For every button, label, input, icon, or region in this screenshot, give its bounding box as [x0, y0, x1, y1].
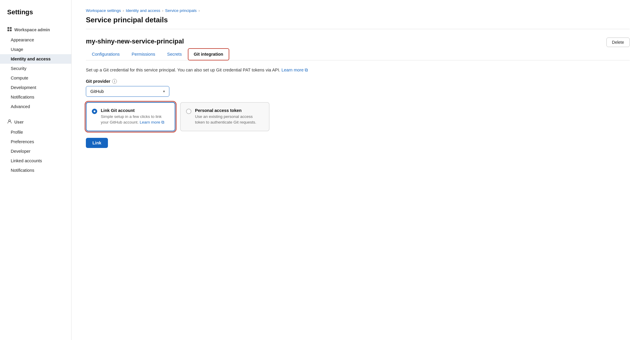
option-pat-desc: Use an existing personal access token to…	[195, 114, 264, 125]
svg-rect-0	[7, 27, 9, 29]
user-items: Profile Preferences Developer Linked acc…	[0, 127, 71, 175]
page-title: Service principal details	[86, 16, 630, 24]
workspace-admin-label: Workspace admin	[14, 27, 50, 32]
git-provider-info-icon[interactable]: i	[112, 79, 117, 84]
learn-more-link-git-link[interactable]: Learn more ⧉	[140, 120, 165, 124]
option-link-title: Link Git account	[101, 108, 169, 113]
git-provider-value: GitHub	[90, 89, 104, 94]
workspace-items: Appearance Usage Identity and access Sec…	[0, 35, 71, 111]
breadcrumb-service-principals[interactable]: Service principals	[165, 8, 197, 13]
link-button[interactable]: Link	[86, 138, 108, 148]
sidebar-item-developer[interactable]: Developer	[0, 146, 71, 156]
option-link-git-account[interactable]: Link Git account Simple setup in a few c…	[86, 102, 175, 131]
delete-button[interactable]: Delete	[606, 38, 630, 47]
sidebar-item-usage[interactable]: Usage	[0, 45, 71, 54]
git-provider-dropdown[interactable]: GitHub ▾	[86, 86, 169, 97]
radio-personal-access-token[interactable]	[186, 109, 191, 114]
description-text: Set up a Git credential for this service…	[86, 67, 630, 74]
tab-permissions[interactable]: Permissions	[126, 48, 161, 60]
sidebar-item-compute[interactable]: Compute	[0, 73, 71, 83]
sidebar-item-notifications-user[interactable]: Notifications	[0, 166, 71, 175]
sidebar-item-notifications-workspace[interactable]: Notifications	[0, 92, 71, 102]
sidebar-item-profile[interactable]: Profile	[0, 127, 71, 137]
breadcrumb-sep-2: ›	[162, 8, 163, 13]
option-pat-title: Personal access token	[195, 108, 264, 113]
sidebar-item-development[interactable]: Development	[0, 83, 71, 92]
svg-rect-3	[10, 29, 12, 31]
sidebar: Settings Workspace admin Appearance Usag…	[0, 0, 72, 340]
sp-header: my-shiny-new-service-principal Delete	[86, 38, 630, 47]
option-link-desc: Simple setup in a few clicks to link you…	[101, 114, 169, 125]
learn-more-api-link[interactable]: Learn more ⧉	[281, 68, 308, 72]
chevron-down-icon: ▾	[163, 89, 165, 93]
sidebar-item-appearance[interactable]: Appearance	[0, 35, 71, 45]
breadcrumb-sep-3: ›	[199, 8, 200, 13]
sidebar-title: Settings	[0, 8, 71, 22]
workspace-admin-section: Workspace admin	[0, 24, 71, 35]
sidebar-item-preferences[interactable]: Preferences	[0, 137, 71, 146]
option-personal-access-token[interactable]: Personal access token Use an existing pe…	[180, 102, 270, 131]
tab-secrets[interactable]: Secrets	[161, 48, 188, 60]
user-icon	[7, 119, 12, 125]
svg-point-4	[9, 120, 10, 121]
git-provider-label: Git provider i	[86, 79, 630, 84]
grid-icon	[7, 27, 12, 33]
tab-git-integration[interactable]: Git integration	[188, 48, 229, 60]
user-section-label: User	[14, 120, 24, 124]
user-section: User	[0, 117, 71, 127]
sidebar-item-advanced[interactable]: Advanced	[0, 102, 71, 111]
breadcrumb-workspace-settings[interactable]: Workspace settings	[86, 8, 121, 13]
title-divider	[86, 29, 630, 29]
radio-link-git-account[interactable]	[92, 109, 97, 114]
svg-rect-1	[10, 27, 12, 29]
sp-name: my-shiny-new-service-principal	[86, 38, 184, 45]
sidebar-item-security[interactable]: Security	[0, 64, 71, 73]
sidebar-item-identity[interactable]: Identity and access	[0, 54, 71, 64]
credential-options: Link Git account Simple setup in a few c…	[86, 102, 630, 131]
sidebar-item-linked-accounts[interactable]: Linked accounts	[0, 156, 71, 166]
tabs: Configurations Permissions Secrets Git i…	[86, 48, 630, 60]
tab-configurations[interactable]: Configurations	[86, 48, 126, 60]
breadcrumb: Workspace settings › Identity and access…	[86, 8, 630, 13]
breadcrumb-sep-1: ›	[123, 8, 124, 13]
main-content: Workspace settings › Identity and access…	[72, 0, 644, 340]
svg-rect-2	[7, 29, 9, 31]
breadcrumb-identity-access[interactable]: Identity and access	[126, 8, 160, 13]
